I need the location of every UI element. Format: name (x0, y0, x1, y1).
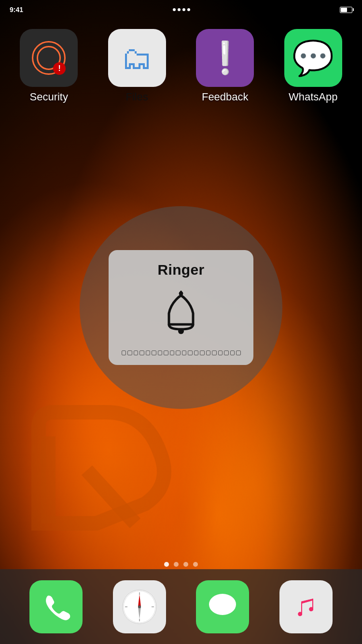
page-dots (0, 562, 362, 567)
vol-seg-12 (188, 350, 193, 355)
signal-dot-1 (173, 8, 176, 11)
app-item-files[interactable]: 🗂 Files (98, 29, 177, 103)
vol-seg-19 (230, 350, 235, 355)
dock-app-messages[interactable] (196, 580, 249, 633)
page-dot-2[interactable] (174, 562, 179, 567)
signal-dots (173, 8, 190, 11)
app-item-security[interactable]: ! Security (10, 29, 88, 103)
status-right (340, 7, 352, 13)
ringer-volume-bar (122, 350, 241, 355)
vol-seg-16 (212, 350, 217, 355)
ringer-volume-container (118, 350, 244, 355)
signal-dot-4 (187, 8, 190, 11)
vol-seg-17 (218, 350, 223, 355)
ringer-bell-icon (154, 287, 208, 342)
vol-seg-10 (176, 350, 181, 355)
app-item-feedback[interactable]: ❕ Feedback (186, 29, 265, 103)
vol-seg-18 (224, 350, 229, 355)
page-dot-4[interactable] (193, 562, 198, 567)
vol-seg-14 (200, 350, 205, 355)
vol-seg-8 (164, 350, 168, 355)
dock-icon-messages[interactable] (196, 580, 249, 633)
music-icon (290, 591, 321, 622)
vol-seg-20 (236, 350, 241, 355)
dock-app-phone[interactable] (29, 580, 83, 633)
vol-seg-11 (182, 350, 187, 355)
app-label-security: Security (30, 91, 68, 103)
signal-dot-2 (178, 8, 181, 11)
security-badge: ! (53, 62, 66, 75)
app-icon-whatsapp[interactable]: 💬 (284, 29, 342, 87)
safari-compass-icon (120, 588, 159, 626)
app-label-files: Files (126, 91, 148, 103)
vol-seg-7 (158, 350, 163, 355)
ringer-title: Ringer (158, 262, 205, 278)
dock-icon-phone[interactable] (29, 580, 83, 633)
dock-icon-music[interactable] (279, 580, 333, 633)
vol-seg-2 (127, 350, 132, 355)
messages-icon (206, 590, 239, 624)
vol-seg-9 (170, 350, 175, 355)
dock (0, 569, 362, 644)
folder-icon: 🗂 (121, 40, 153, 76)
vol-seg-6 (152, 350, 156, 355)
app-icon-feedback[interactable]: ❕ (196, 29, 254, 87)
app-icon-security[interactable]: ! (20, 29, 78, 87)
page-dot-3[interactable] (183, 562, 188, 567)
whatsapp-icon: 💬 (292, 38, 334, 78)
app-grid: ! Security 🗂 Files ❕ Feedback 💬 WhatsApp (0, 24, 362, 108)
page-dot-1[interactable] (164, 562, 169, 567)
app-icon-files[interactable]: 🗂 (108, 29, 166, 87)
vol-seg-13 (194, 350, 199, 355)
status-time: 9:41 (10, 6, 23, 14)
status-bar: 9:41 (0, 0, 362, 19)
signal-dot-3 (182, 8, 185, 11)
phone-icon (41, 591, 72, 622)
dock-app-music[interactable] (279, 580, 333, 633)
vol-seg-3 (134, 350, 139, 355)
dock-icon-safari[interactable] (113, 580, 166, 633)
feedback-exclamation-icon: ❕ (206, 40, 245, 76)
vol-seg-4 (139, 350, 144, 355)
security-rings-graphic: ! (32, 41, 66, 75)
app-item-whatsapp[interactable]: 💬 WhatsApp (274, 29, 353, 103)
vol-seg-5 (146, 350, 151, 355)
vol-seg-15 (206, 350, 211, 355)
battery-icon (340, 7, 352, 13)
svg-point-1 (178, 328, 184, 334)
app-label-whatsapp: WhatsApp (289, 91, 338, 103)
dock-app-safari[interactable] (113, 580, 166, 633)
svg-point-11 (138, 605, 141, 608)
svg-point-12 (209, 594, 236, 615)
ringer-popup: Ringer (109, 250, 253, 365)
logo-watermark (10, 388, 193, 557)
battery-fill (341, 8, 347, 12)
vol-seg-1 (122, 350, 126, 355)
app-label-feedback: Feedback (202, 91, 249, 103)
